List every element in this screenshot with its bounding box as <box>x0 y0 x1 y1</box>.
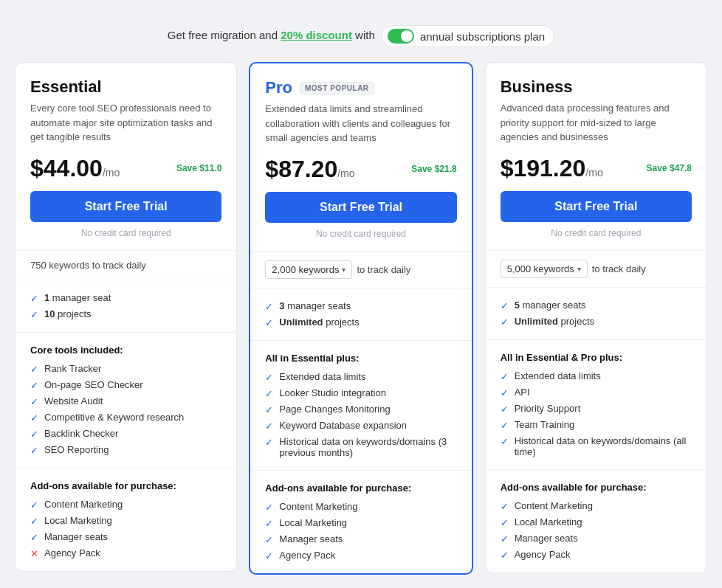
check-icon: ✓ <box>265 404 273 415</box>
seat-feature-item: ✓ Unlimited projects <box>501 316 692 328</box>
addon-feature-text: Manager seats <box>44 531 108 542</box>
core-feature-item: ✓ Website Audit <box>30 395 221 407</box>
keywords-suffix-pro: to track daily <box>357 264 410 275</box>
seat-feature-text: 1 manager seat <box>44 292 111 303</box>
core-feature-item: ✓ Priority Support <box>501 403 692 415</box>
seats-section-pro: ✓ 3 manager seats ✓ Unlimited projects <box>250 288 471 341</box>
seat-feature-item: ✓ 3 manager seats <box>265 300 456 312</box>
toggle-label: annual subscriptions plan <box>420 30 545 43</box>
plan-card-essential: EssentialEvery core tool SEO professiona… <box>15 62 237 572</box>
keywords-section-business: 5,000 keywords ▾to track daily <box>486 251 706 288</box>
check-icon: ✓ <box>30 396 38 407</box>
core-feature-text: Rank Tracker <box>44 363 101 374</box>
price-pro: $87.20/mo <box>265 156 354 183</box>
check-icon: ✓ <box>501 404 509 415</box>
seats-section-business: ✓ 5 manager seats ✓ Unlimited projects <box>486 288 706 340</box>
check-icon: ✓ <box>30 364 38 375</box>
seat-feature-text: 5 manager seats <box>515 300 586 311</box>
core-feature-item: ✓ Rank Tracker <box>30 363 221 375</box>
check-icon: ✓ <box>501 436 509 447</box>
plan-header-business: BusinessAdvanced data processing feature… <box>486 63 706 251</box>
plan-description-business: Advanced data processing features and pr… <box>501 101 692 145</box>
addon-feature-text: Local Marketing <box>44 515 112 526</box>
check-icon: ✓ <box>30 293 38 304</box>
addon-feature-item: ✕ Agency Pack <box>30 547 221 559</box>
check-icon: ✓ <box>30 445 38 456</box>
check-icon: ✓ <box>265 317 273 328</box>
plan-name-text: Business <box>501 77 573 97</box>
core-feature-text: Priority Support <box>515 403 581 414</box>
core-feature-text: On-page SEO Checker <box>44 379 143 390</box>
addon-feature-item: ✓ Local Marketing <box>501 516 692 528</box>
addon-feature-text: Local Marketing <box>279 517 347 528</box>
addon-feature-text: Manager seats <box>279 533 343 544</box>
toggle-switch[interactable] <box>388 29 414 44</box>
core-feature-text: Competitive & Keyword research <box>44 412 184 423</box>
check-icon: ✓ <box>501 501 509 512</box>
price-row-essential: $44.00/moSave $11.0 <box>30 155 221 182</box>
core-feature-item: ✓ Team Training <box>501 419 692 431</box>
cta-button-business[interactable]: Start Free Trial <box>501 191 692 222</box>
banner-separator: and <box>259 29 281 41</box>
core-feature-item: ✓ Page Changes Monitoring <box>265 404 456 415</box>
core-feature-item: ✓ Backlink Checker <box>30 428 221 440</box>
addons-section-business: Add-ons available for purchase: ✓ Conten… <box>486 470 706 573</box>
check-icon: ✓ <box>265 518 273 529</box>
check-icon: ✓ <box>501 420 509 431</box>
check-icon: ✓ <box>265 301 273 312</box>
addon-feature-text: Agency Pack <box>44 547 100 558</box>
core-section-title-essential: Core tools included: <box>30 345 221 356</box>
keywords-section-essential: 750 keywords to track daily <box>16 251 236 280</box>
core-section-title-pro: All in Essential plus: <box>265 353 456 364</box>
cross-icon: ✕ <box>30 548 38 559</box>
check-icon: ✓ <box>30 309 38 320</box>
check-icon: ✓ <box>30 499 38 511</box>
core-feature-text: Extended data limits <box>279 371 365 382</box>
price-row-pro: $87.20/moSave $21.8 <box>265 156 456 183</box>
addons-section-pro: Add-ons available for purchase: ✓ Conten… <box>250 471 471 573</box>
core-feature-text: Page Changes Monitoring <box>279 404 390 415</box>
core-feature-item: ✓ Historical data on keywords/domains (3… <box>265 436 456 458</box>
cta-button-pro[interactable]: Start Free Trial <box>265 192 456 223</box>
most-popular-badge: MOST POPULAR <box>300 82 374 94</box>
seat-feature-item: ✓ 5 manager seats <box>501 300 692 311</box>
core-section-business: All in Essential & Pro plus: ✓ Extended … <box>486 340 706 470</box>
seat-feature-text: 10 projects <box>44 308 92 319</box>
core-section-title-business: All in Essential & Pro plus: <box>501 352 692 363</box>
seat-feature-text: 3 manager seats <box>279 300 351 311</box>
check-icon: ✓ <box>30 429 38 440</box>
banner-suffix: with <box>355 29 378 41</box>
core-feature-item: ✓ Extended data limits <box>501 370 692 382</box>
save-badge-essential: Save $11.0 <box>176 163 221 173</box>
core-feature-item: ✓ On-page SEO Checker <box>30 379 221 391</box>
plan-card-business: BusinessAdvanced data processing feature… <box>485 62 707 573</box>
keywords-dropdown-business[interactable]: 5,000 keywords ▾ <box>501 260 588 278</box>
seats-section-essential: ✓ 1 manager seat ✓ 10 projects <box>16 280 236 333</box>
check-icon: ✓ <box>501 387 509 398</box>
check-icon: ✓ <box>265 388 273 399</box>
toggle-container[interactable]: annual subscriptions plan <box>381 25 554 47</box>
plan-header-pro: ProMOST POPULARExtended data limits and … <box>250 63 471 252</box>
save-badge-pro: Save $21.8 <box>411 164 456 174</box>
check-icon: ✓ <box>265 502 273 513</box>
check-icon: ✓ <box>30 380 38 391</box>
plan-name-text: Pro <box>265 78 292 97</box>
addons-section-title-essential: Add-ons available for purchase: <box>30 480 221 491</box>
keywords-dropdown-pro[interactable]: 2,000 keywords ▾ <box>265 260 352 279</box>
core-feature-item: ✓ Competitive & Keyword research <box>30 412 221 423</box>
addon-feature-item: ✓ Manager seats <box>501 533 692 544</box>
seat-feature-text: Unlimited projects <box>279 317 359 328</box>
addon-feature-item: ✓ Content Marketing <box>501 500 692 512</box>
addon-feature-text: Local Marketing <box>515 516 582 528</box>
banner-discount: 20% discount <box>281 29 352 41</box>
addon-feature-item: ✓ Agency Pack <box>501 549 692 561</box>
cta-button-essential[interactable]: Start Free Trial <box>30 191 221 222</box>
plan-name-pro: ProMOST POPULAR <box>265 78 456 97</box>
addon-feature-text: Manager seats <box>515 533 578 544</box>
check-icon: ✓ <box>501 550 509 561</box>
core-feature-text: Looker Studio integration <box>279 387 386 398</box>
core-section-pro: All in Essential plus: ✓ Extended data l… <box>250 341 471 471</box>
check-icon: ✓ <box>265 437 273 448</box>
keywords-fixed-essential: 750 keywords to track daily <box>30 260 146 271</box>
check-icon: ✓ <box>501 300 509 311</box>
